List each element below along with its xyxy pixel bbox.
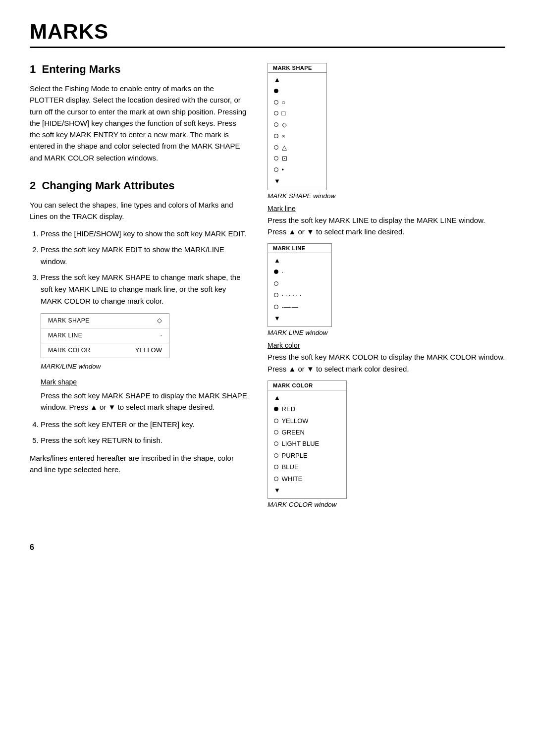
mark-color-item-yellow: YELLOW bbox=[274, 415, 340, 427]
mark-line-item-1 bbox=[274, 278, 325, 289]
mark-shape-label: Mark shape bbox=[41, 377, 248, 387]
mark-shape-item-5: △ bbox=[274, 142, 321, 154]
radio-empty-icon bbox=[274, 111, 278, 115]
mlw-label-shape: MARK SHAPE bbox=[48, 316, 90, 325]
radio-empty-icon bbox=[274, 453, 278, 458]
mark-line-item-0: · bbox=[274, 266, 325, 277]
mark-shape-arrow-down: ▼ bbox=[274, 176, 321, 187]
mlw-label-line: MARK LINE bbox=[48, 331, 82, 340]
section2-steps: Press the [HIDE/SHOW] key to show the so… bbox=[41, 228, 248, 446]
mark-color-arrow-up: ▲ bbox=[274, 392, 340, 403]
mark-line-window: MARK SHAPE ◇ MARK LINE · MARK COLOR YELL… bbox=[41, 313, 169, 358]
radio-empty-icon bbox=[274, 430, 278, 434]
mlw-value-shape: ◇ bbox=[157, 316, 162, 326]
radio-filled-icon bbox=[274, 270, 278, 274]
left-column: 1 Entering Marks Select the Fishing Mode… bbox=[30, 63, 248, 482]
radio-empty-icon bbox=[274, 145, 278, 150]
radio-empty-icon bbox=[274, 477, 278, 481]
mark-line-right-caption: MARK LINE window bbox=[268, 329, 505, 336]
radio-empty-icon bbox=[274, 465, 278, 469]
step-1: Press the [HIDE/SHOW] key to show the so… bbox=[41, 228, 248, 240]
mark-color-item-green: GREEN bbox=[274, 427, 340, 438]
mark-color-item-lightblue: LIGHT BLUE bbox=[274, 438, 340, 449]
mark-shape-item-7: • bbox=[274, 164, 321, 176]
radio-empty-icon bbox=[274, 293, 278, 297]
section1-body: Select the Fishing Mode to enable entry … bbox=[30, 83, 248, 163]
right-column: MARK SHAPE ▲ ○ □ ◇ × △ ⊡ • ▼ MARK SHAPE … bbox=[268, 63, 505, 513]
step-3: Press the soft key MARK SHAPE to change … bbox=[41, 271, 248, 413]
radio-filled-icon bbox=[274, 89, 278, 93]
mark-shape-item-1: ○ bbox=[274, 97, 321, 108]
mlw-row-shape: MARK SHAPE ◇ bbox=[41, 314, 169, 328]
mark-shape-arrow-up: ▲ bbox=[274, 74, 321, 86]
step-4: Press the soft key ENTER or the [ENTER] … bbox=[41, 419, 248, 431]
mark-shape-caption: MARK SHAPE window bbox=[268, 192, 505, 200]
radio-empty-icon bbox=[274, 156, 278, 161]
mark-line-window-caption: MARK/LINE window bbox=[41, 361, 248, 372]
section2-intro: You can select the shapes, line types an… bbox=[30, 199, 248, 222]
title-divider bbox=[30, 47, 505, 48]
radio-empty-icon bbox=[274, 419, 278, 423]
section2: 2 Changing Mark Attributes You can selec… bbox=[30, 179, 248, 476]
radio-empty-icon bbox=[274, 100, 278, 105]
mark-color-arrow-down: ▼ bbox=[274, 485, 340, 496]
mark-line-arrow-up: ▲ bbox=[274, 255, 325, 266]
section2-closing: Marks/lines entered hereafter are inscri… bbox=[30, 452, 248, 476]
mlw-row-line: MARK LINE · bbox=[41, 328, 169, 343]
mark-line-subheading: Mark line bbox=[268, 205, 505, 213]
step-2: Press the soft key MARK EDIT to show the… bbox=[41, 244, 248, 268]
mark-shape-window-body: ▲ ○ □ ◇ × △ ⊡ • ▼ bbox=[268, 73, 326, 190]
mark-shape-item-0 bbox=[274, 86, 321, 97]
page-title: MARKS bbox=[30, 20, 505, 44]
mark-shape-desc: Press the soft key MARK SHAPE to display… bbox=[41, 390, 248, 413]
mlw-row-color: MARK COLOR YELLOW bbox=[41, 343, 169, 358]
mark-color-item-white: WHITE bbox=[274, 473, 340, 485]
mark-color-caption: MARK COLOR window bbox=[268, 501, 505, 508]
mark-color-item-red: RED bbox=[274, 403, 340, 415]
mark-shape-item-6: ⊡ bbox=[274, 153, 321, 164]
main-content: 1 Entering Marks Select the Fishing Mode… bbox=[30, 63, 505, 513]
mark-shape-item-2: □ bbox=[274, 108, 321, 119]
mlw-value-line: · bbox=[160, 330, 162, 341]
mark-shape-item-4: × bbox=[274, 131, 321, 142]
mlw-label-color: MARK COLOR bbox=[48, 346, 91, 355]
mark-color-window: MARK COLOR ▲ RED YELLOW GREEN LIGHT BLUE… bbox=[268, 380, 347, 499]
mark-color-item-purple: PURPLE bbox=[274, 450, 340, 461]
mark-line-item-2: · · · · · · bbox=[274, 289, 325, 301]
mark-color-desc: Press the soft key MARK COLOR to display… bbox=[268, 351, 505, 375]
section2-title: 2 Changing Mark Attributes bbox=[30, 179, 248, 192]
radio-filled-icon bbox=[274, 407, 278, 411]
mark-color-window-title: MARK COLOR bbox=[268, 381, 346, 390]
mark-line-item-3: ·—·— bbox=[274, 301, 325, 313]
mark-color-subheading: Mark color bbox=[268, 341, 505, 349]
radio-empty-icon bbox=[274, 441, 278, 446]
mark-color-item-blue: BLUE bbox=[274, 461, 340, 473]
radio-empty-icon bbox=[274, 134, 278, 138]
mark-line-desc: Press the soft key MARK LINE to display … bbox=[268, 215, 505, 238]
radio-empty-icon bbox=[274, 281, 278, 286]
mark-line-right-window: MARK LINE ▲ · · · · · · · ·—·— ▼ bbox=[268, 243, 332, 327]
mlw-value-color: YELLOW bbox=[135, 345, 162, 356]
mark-shape-window-title: MARK SHAPE bbox=[268, 63, 326, 73]
mark-line-right-window-title: MARK LINE bbox=[268, 244, 331, 253]
step-5: Press the soft key RETURN to finish. bbox=[41, 434, 248, 446]
mark-line-right-window-body: ▲ · · · · · · · ·—·— ▼ bbox=[268, 253, 331, 326]
mark-line-arrow-down: ▼ bbox=[274, 313, 325, 324]
mark-shape-item-3: ◇ bbox=[274, 119, 321, 131]
radio-empty-icon bbox=[274, 167, 278, 172]
section1-title: 1 Entering Marks bbox=[30, 63, 248, 76]
mark-shape-window: MARK SHAPE ▲ ○ □ ◇ × △ ⊡ • ▼ bbox=[268, 63, 327, 190]
radio-empty-icon bbox=[274, 122, 278, 127]
page-number: 6 bbox=[30, 543, 505, 552]
mark-color-window-body: ▲ RED YELLOW GREEN LIGHT BLUE PURPLE BLU… bbox=[268, 390, 346, 499]
radio-empty-icon bbox=[274, 305, 278, 309]
